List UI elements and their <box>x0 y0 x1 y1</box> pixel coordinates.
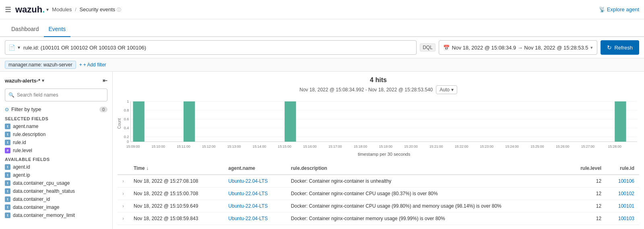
svg-text:15:14:00: 15:14:00 <box>253 144 266 149</box>
agent-name-cell-1: Ubuntu-22.04-LTS <box>223 188 286 200</box>
date-range-text: Nov 18, 2022 @ 15:08:34.9 → Nov 18, 2022… <box>452 45 588 51</box>
svg-text:15:11:00: 15:11:00 <box>177 144 190 149</box>
field-type-t-icon: t <box>5 212 10 218</box>
selected-field-rule-description[interactable]: t rule.description <box>0 130 112 138</box>
available-fields-list: t agent.id t agent.ip t data.container_c… <box>0 163 112 219</box>
sidebar-index-label: wazuh-alerts-* <box>5 78 40 84</box>
date-range-picker[interactable]: 📅 Nov 18, 2022 @ 15:08:34.9 → Nov 18, 20… <box>439 40 598 55</box>
expand-cell-3: › <box>118 212 129 225</box>
agent-name-link-1[interactable]: Ubuntu-22.04-LTS <box>228 191 268 196</box>
rule-id-link-1[interactable]: 100102 <box>618 191 634 196</box>
svg-text:15:18:00: 15:18:00 <box>354 144 367 149</box>
refresh-button[interactable]: ↻ Refresh <box>601 40 639 55</box>
svg-text:15:28:00: 15:28:00 <box>608 144 622 149</box>
field-type-t-icon: t <box>5 124 10 129</box>
available-field-memory-limit[interactable]: t data.container_memory_limit <box>0 211 112 219</box>
col-rule-id[interactable]: rule.id <box>606 162 639 175</box>
available-field-container-id[interactable]: t data.container_id <box>0 195 112 203</box>
field-type-t-icon: t <box>5 180 10 186</box>
available-field-container-image[interactable]: t data.container_image <box>0 203 112 211</box>
expand-button-3[interactable]: › <box>122 216 124 221</box>
table-row: › Nov 18, 2022 @ 15:08:59.843 Ubuntu-22.… <box>118 212 639 225</box>
query-dropdown-icon[interactable]: ▾ <box>18 45 20 50</box>
col-rule-level[interactable]: rule.level <box>567 162 606 175</box>
svg-text:0.4: 0.4 <box>124 126 129 130</box>
svg-text:Count: Count <box>118 118 122 129</box>
field-name-rule-description: rule.description <box>13 132 45 137</box>
svg-text:15:22:00: 15:22:00 <box>455 144 469 149</box>
agent-name-link-3[interactable]: Ubuntu-22.04-LTS <box>228 216 268 221</box>
agent-name-link-0[interactable]: Ubuntu-22.04-LTS <box>228 178 268 184</box>
rule-id-link-2[interactable]: 100101 <box>618 203 634 209</box>
svg-text:15:17:00: 15:17:00 <box>328 144 342 149</box>
svg-text:15:09:00: 15:09:00 <box>126 144 140 149</box>
field-name-agent-id: agent.id <box>13 164 30 170</box>
available-field-cpu-usage[interactable]: t data.container_cpu_usage <box>0 179 112 187</box>
field-name-agent-ip: agent.ip <box>13 172 30 178</box>
svg-text:15:21:00: 15:21:00 <box>429 144 443 149</box>
tabs-bar: Dashboard Events <box>0 19 644 37</box>
rule-id-cell-2: 100101 <box>606 200 639 212</box>
modules-link[interactable]: Modules <box>52 6 72 12</box>
col-agent-name[interactable]: agent.name <box>223 162 286 175</box>
available-field-agent-id[interactable]: t agent.id <box>0 163 112 171</box>
tab-dashboard[interactable]: Dashboard <box>6 26 44 37</box>
agent-name-link-2[interactable]: Ubuntu-22.04-LTS <box>228 203 268 209</box>
tab-events[interactable]: Events <box>44 26 71 37</box>
svg-text:15:26:00: 15:26:00 <box>556 144 570 149</box>
field-name-container-image: data.container_image <box>13 204 59 210</box>
field-name-rule-level: rule.level <box>13 148 32 153</box>
rule-id-link-0[interactable]: 100106 <box>618 178 634 184</box>
selected-field-rule-id[interactable]: t rule.id <box>0 138 112 146</box>
sidebar-index[interactable]: wazuh-alerts-* ▾ ⇤ <box>0 76 112 87</box>
col-time[interactable]: Time ↓ <box>129 162 223 175</box>
filter-by-type-label: Filter by type <box>11 106 41 112</box>
add-filter-button[interactable]: + + Add filter <box>79 62 106 68</box>
field-name-agent-name: agent.name <box>13 124 38 129</box>
sidebar-collapse-icon[interactable]: ⇤ <box>103 77 107 84</box>
auto-interval-dropdown[interactable]: Auto ▾ <box>436 85 457 94</box>
dql-badge[interactable]: DQL <box>420 43 436 52</box>
selected-fields-label: Selected fields <box>0 114 112 122</box>
expand-button-2[interactable]: › <box>122 203 124 209</box>
wifi-icon: 📡 <box>599 6 605 12</box>
table-row: › Nov 18, 2022 @ 15:15:00.708 Ubuntu-22.… <box>118 188 639 200</box>
date-range-caret-icon: ▾ <box>590 45 593 50</box>
rule-id-link-3[interactable]: 100103 <box>618 216 634 221</box>
hamburger-icon[interactable]: ☰ <box>5 5 11 14</box>
expand-cell-2: › <box>118 200 129 212</box>
selected-fields-list: t agent.name t rule.description t rule.i… <box>0 122 112 155</box>
available-field-health-status[interactable]: t data.container_health_status <box>0 187 112 195</box>
rule-level-cell-1: 12 <box>567 188 606 200</box>
logo-caret-icon[interactable]: ▾ <box>46 7 49 12</box>
rule-id-cell-0: 100106 <box>606 175 639 188</box>
svg-text:15:19:00: 15:19:00 <box>379 144 392 149</box>
selected-field-rule-level[interactable]: # rule.level <box>0 146 112 155</box>
time-cell-1: Nov 18, 2022 @ 15:15:00.708 <box>129 188 223 200</box>
field-name-rule-id: rule.id <box>13 140 26 145</box>
time-cell-0: Nov 18, 2022 @ 15:27:08.108 <box>129 175 223 188</box>
top-nav: ☰ wazuh. ▾ Modules / Security events ⓘ 📡… <box>0 0 644 19</box>
logo: wazuh. <box>15 4 45 15</box>
search-field-names-input[interactable] <box>17 92 104 98</box>
rule-level-cell-3: 12 <box>567 212 606 225</box>
filter-tag-0[interactable]: manager.name: wazuh-server <box>5 61 76 69</box>
field-name-cpu-usage: data.container_cpu_usage <box>13 180 70 186</box>
explore-agent-button[interactable]: 📡 Explore agent <box>599 6 639 12</box>
col-rule-description[interactable]: rule.description <box>286 162 567 175</box>
field-name-health-status: data.container_health_status <box>13 188 75 194</box>
field-type-t-icon: t <box>5 164 10 170</box>
expand-cell-0: › <box>118 175 129 188</box>
expand-button-0[interactable]: › <box>122 178 124 184</box>
time-cell-3: Nov 18, 2022 @ 15:08:59.843 <box>129 212 223 225</box>
bar-6 <box>285 101 296 142</box>
available-field-agent-ip[interactable]: t agent.ip <box>0 171 112 179</box>
svg-text:0.6: 0.6 <box>124 117 129 121</box>
query-input-wrapper[interactable]: 📄 ▾ rule.id: (100101 OR 100102 OR 100103… <box>5 40 417 55</box>
info-icon[interactable]: ⓘ <box>117 7 121 12</box>
selected-field-agent-name[interactable]: t agent.name <box>0 122 112 130</box>
filter-by-type-row[interactable]: ⊙ Filter by type 0 <box>0 105 112 114</box>
agent-name-cell-3: Ubuntu-22.04-LTS <box>223 212 286 225</box>
expand-button-1[interactable]: › <box>122 191 124 196</box>
svg-text:0: 0 <box>127 140 129 144</box>
